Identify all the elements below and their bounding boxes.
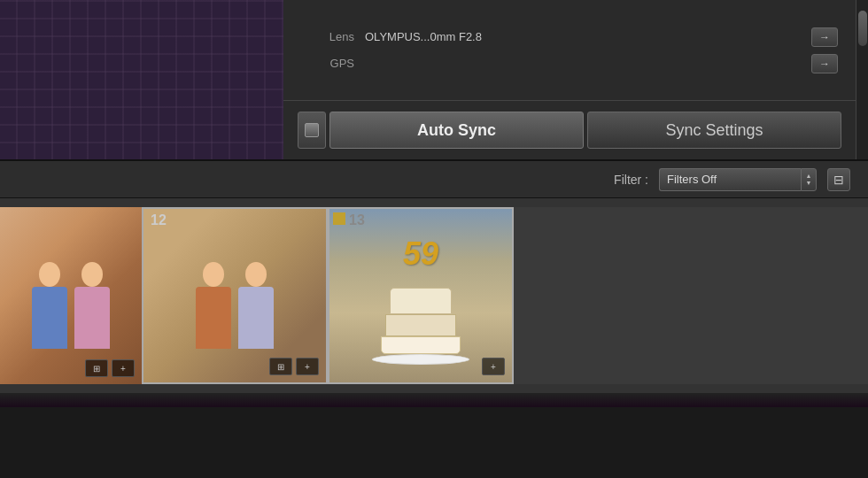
film-12-plus-icon[interactable]: +	[296, 358, 319, 375]
main-thumbnail	[0, 0, 283, 159]
head-12-2	[245, 262, 267, 287]
filter-grid-button[interactable]: ⊟	[827, 168, 850, 191]
sync-toggle-icon	[305, 123, 319, 137]
photo-12	[143, 209, 326, 382]
person-12-1	[196, 262, 231, 349]
film-number-13: 13	[349, 212, 365, 228]
scrollbar-thumb[interactable]	[858, 11, 867, 46]
number-50-overlay: 59	[403, 235, 438, 273]
cake-top-layer	[390, 288, 452, 314]
thumbnail-image	[0, 0, 283, 159]
gps-arrow-button[interactable]: →	[811, 54, 838, 73]
gps-label: GPS	[301, 57, 354, 70]
film-13-overlay: +	[482, 358, 505, 375]
filmstrip: ⊞ + 12 ⊞ +	[0, 198, 868, 393]
couple-silhouette	[32, 243, 110, 349]
sync-row: Auto Sync Sync Settings	[283, 100, 856, 159]
film-number-12: 12	[151, 212, 167, 228]
lens-arrow-button[interactable]: →	[811, 27, 838, 47]
filter-down-icon: ▼	[806, 180, 812, 186]
gps-row: GPS →	[301, 54, 838, 73]
sync-settings-button[interactable]: Sync Settings	[587, 112, 841, 149]
filter-label: Filter :	[614, 173, 648, 187]
film-item-rest	[514, 207, 868, 384]
cake-bottom-layer	[381, 336, 461, 354]
film-12-grid-icon[interactable]: ⊞	[269, 358, 292, 375]
cake-plate	[372, 354, 469, 365]
person-2	[74, 262, 110, 349]
film-item-13[interactable]: 13 59 +	[328, 207, 514, 384]
photo-13: 59	[329, 209, 512, 382]
film-flag-13	[333, 212, 345, 225]
filter-arrows[interactable]: ▲ ▼	[801, 168, 817, 191]
body-12-1	[196, 287, 231, 349]
lens-label: Lens	[301, 30, 354, 43]
person-12-2	[238, 262, 274, 349]
filter-bar: Filter : Filters Off ▲ ▼ ⊟	[0, 159, 868, 198]
person-1	[32, 262, 67, 349]
bottom-bar	[0, 393, 868, 407]
cake	[372, 288, 469, 365]
sync-toggle-button[interactable]	[298, 112, 326, 149]
photo-13-inner: 59	[329, 209, 512, 382]
film-13-plus-icon[interactable]: +	[482, 358, 505, 375]
right-scrollbar[interactable]	[856, 0, 868, 159]
film-12-overlay: ⊞ +	[269, 358, 319, 375]
info-panel: Lens OLYMPUS...0mm F2.8 → GPS →	[283, 0, 856, 159]
body-2	[74, 287, 110, 349]
film-item-12[interactable]: 12 ⊞ +	[142, 207, 328, 384]
photo-12-inner	[143, 209, 326, 382]
lens-arrow-icon: →	[819, 31, 830, 43]
metadata-rows: Lens OLYMPUS...0mm F2.8 → GPS →	[283, 0, 856, 100]
head-1	[39, 262, 60, 287]
couple-image-11	[0, 207, 142, 384]
photo-11	[0, 207, 142, 384]
cake-middle-layer	[385, 314, 456, 336]
filter-up-icon: ▲	[806, 173, 812, 179]
couple-silhouette-12	[196, 243, 274, 349]
filter-grid-icon: ⊟	[833, 173, 844, 187]
head-12-1	[203, 262, 224, 287]
filter-select-wrap: Filters Off ▲ ▼	[659, 168, 817, 191]
film-1-grid-icon[interactable]: ⊞	[85, 359, 108, 377]
head-2	[81, 262, 103, 287]
film-1-overlay: ⊞ +	[85, 359, 135, 377]
lens-value: OLYMPUS...0mm F2.8	[365, 30, 801, 43]
filter-select[interactable]: Filters Off	[659, 168, 801, 191]
body-12-2	[238, 287, 274, 349]
auto-sync-button[interactable]: Auto Sync	[329, 112, 584, 149]
lens-row: Lens OLYMPUS...0mm F2.8 →	[301, 27, 838, 47]
body-1	[32, 287, 67, 349]
gps-arrow-icon: →	[819, 58, 830, 70]
film-item-1[interactable]: ⊞ +	[0, 207, 142, 384]
film-1-plus-icon[interactable]: +	[112, 359, 135, 377]
